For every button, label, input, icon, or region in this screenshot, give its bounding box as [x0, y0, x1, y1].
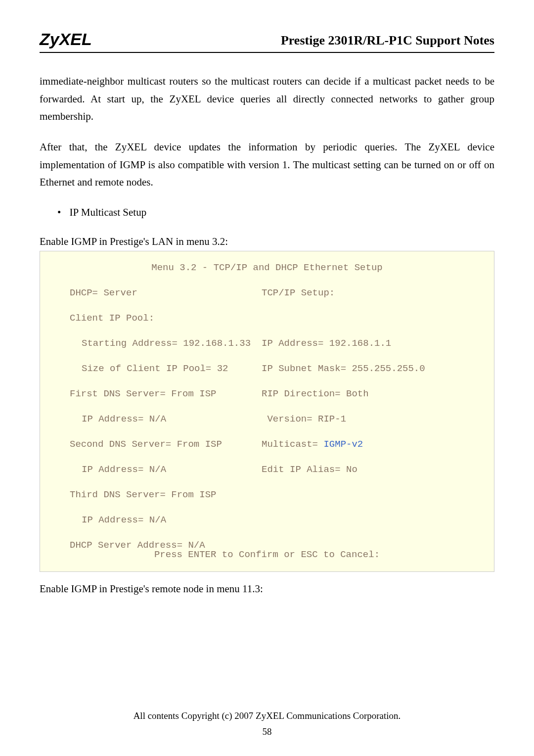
terminal-cell-left: Size of Client IP Pool= 32 — [54, 364, 262, 374]
page-number: 58 — [0, 726, 534, 737]
terminal-title: Menu 3.2 - TCP/IP and DHCP Ethernet Setu… — [54, 263, 480, 273]
terminal-footer: Press ENTER to Confirm or ESC to Cancel: — [54, 550, 480, 560]
terminal-row: IP Address= N/A — [54, 516, 480, 525]
terminal-cell-right: Version= RIP-1 — [262, 415, 480, 424]
terminal-row: Second DNS Server= From ISPMulticast= IG… — [54, 440, 480, 449]
terminal-row: Client IP Pool: — [54, 314, 480, 323]
post-terminal-text: Enable IGMP in Prestige's remote node in… — [40, 583, 494, 595]
paragraph-1: immediate-neighbor multicast routers so … — [40, 73, 494, 126]
terminal-cell-right: IP Address= 192.168.1.1 — [262, 339, 480, 348]
terminal-cell-left: Second DNS Server= From ISP — [54, 440, 262, 449]
terminal-row: First DNS Server= From ISPRIP Direction=… — [54, 389, 480, 399]
terminal-row: Starting Address= 192.168.1.33IP Address… — [54, 339, 480, 348]
terminal-row: DHCP= ServerTCP/IP Setup: — [54, 288, 480, 298]
terminal-cell-left: IP Address= N/A — [54, 516, 262, 525]
terminal-rows: DHCP= ServerTCP/IP Setup:Client IP Pool:… — [54, 288, 480, 550]
document-title: Prestige 2301R/RL-P1C Support Notes — [281, 33, 494, 49]
terminal-cell-right: Edit IP Alias= No — [262, 465, 480, 474]
bullet-icon: • — [57, 206, 61, 218]
terminal-cell-left: Starting Address= 192.168.1.33 — [54, 339, 262, 348]
terminal-row: Size of Client IP Pool= 32IP Subnet Mask… — [54, 364, 480, 374]
terminal-cell-left: First DNS Server= From ISP — [54, 389, 262, 399]
brand-logo: ZyXEL — [40, 30, 92, 49]
copyright-line: All contents Copyright (c) 2007 ZyXEL Co… — [0, 710, 534, 721]
paragraph-2: After that, the ZyXEL device updates the… — [40, 139, 494, 191]
terminal-row: Third DNS Server= From ISP — [54, 490, 480, 500]
terminal-cell-right — [262, 314, 480, 323]
terminal-cell-right: IP Subnet Mask= 255.255.255.0 — [262, 364, 480, 374]
terminal-block: Menu 3.2 - TCP/IP and DHCP Ethernet Setu… — [40, 251, 494, 572]
terminal-caption: Enable IGMP in Prestige's LAN in menu 3.… — [40, 236, 494, 248]
terminal-cell-left: DHCP= Server — [54, 288, 262, 298]
terminal-cell-right: TCP/IP Setup: — [262, 288, 480, 298]
terminal-row: IP Address= N/AEdit IP Alias= No — [54, 465, 480, 474]
terminal-cell-left: Client IP Pool: — [54, 314, 262, 323]
terminal-cell-right — [262, 490, 480, 500]
highlight-value: IGMP-v2 — [323, 439, 363, 450]
bullet-item: • IP Multicast Setup — [40, 206, 494, 219]
page-header: ZyXEL Prestige 2301R/RL-P1C Support Note… — [40, 30, 494, 53]
terminal-cell-right — [262, 516, 480, 525]
terminal-cell-right: Multicast= IGMP-v2 — [262, 440, 480, 449]
terminal-cell-left: Third DNS Server= From ISP — [54, 490, 262, 500]
terminal-cell-left: IP Address= N/A — [54, 415, 262, 424]
bullet-label: IP Multicast Setup — [70, 206, 147, 218]
terminal-cell-left: IP Address= N/A — [54, 465, 262, 474]
terminal-row: IP Address= N/A Version= RIP-1 — [54, 415, 480, 424]
terminal-cell-right: RIP Direction= Both — [262, 389, 480, 399]
